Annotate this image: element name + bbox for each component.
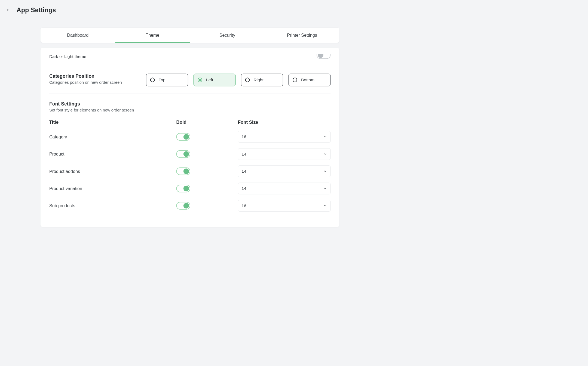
toggle-knob	[183, 186, 189, 191]
radio-bottom[interactable]: Bottom	[288, 74, 330, 86]
page-title: App Settings	[17, 6, 56, 14]
theme-mode-row: Dark or Light theme	[49, 54, 331, 63]
radio-right[interactable]: Right	[241, 74, 283, 86]
chevron-down-icon	[323, 169, 327, 173]
categories-position-heading: Categories Position Categories position …	[49, 74, 122, 85]
font-size-select-category[interactable]: 16	[238, 131, 331, 143]
categories-position-subtitle: Categories position on new order screen	[49, 80, 122, 85]
chevron-down-icon	[323, 204, 327, 207]
col-title: Title	[49, 120, 169, 125]
theme-mode-label: Dark or Light theme	[49, 54, 86, 59]
radio-ring-icon	[198, 78, 202, 82]
bold-toggle-product_variation[interactable]	[176, 185, 191, 192]
radio-dot-icon	[151, 79, 154, 81]
chevron-down-icon	[323, 152, 327, 156]
page-header: App Settings	[0, 0, 380, 17]
theme-mode-toggle-clip	[317, 54, 331, 59]
font-row-product_variation: Product variation14	[49, 180, 331, 197]
toggle-knob	[318, 54, 323, 58]
chevron-down-icon	[323, 187, 327, 190]
radio-left[interactable]: Left	[194, 74, 236, 86]
tab-theme[interactable]: Theme	[115, 28, 190, 43]
font-settings-header-row: Title Bold Font Size	[49, 118, 331, 128]
font-row-title: Product	[49, 151, 169, 157]
radio-dot-icon	[294, 79, 296, 81]
bold-toggle-product_addons[interactable]	[176, 168, 191, 175]
radio-ring-icon	[245, 78, 250, 82]
font-size-select-product[interactable]: 14	[238, 148, 331, 160]
categories-position-radio-group: TopLeftRightBottom	[131, 74, 331, 86]
font-settings-section: Font Settings Set font style for element…	[49, 97, 331, 219]
settings-panel: Dark or Light theme Categories Position …	[41, 48, 339, 227]
font-size-select-product_variation[interactable]: 14	[238, 183, 331, 194]
tab-security[interactable]: Security	[190, 28, 265, 43]
font-row-product_addons: Product addons14	[49, 163, 331, 180]
font-settings-subtitle: Set font style for elements on new order…	[49, 108, 331, 113]
toggle-knob	[183, 151, 189, 157]
tab-printer[interactable]: Printer Settings	[265, 28, 339, 43]
font-size-value: 16	[241, 203, 246, 208]
font-size-value: 16	[241, 134, 246, 139]
categories-position-title: Categories Position	[49, 74, 122, 79]
font-row-category: Category16	[49, 128, 331, 145]
radio-label: Right	[254, 77, 264, 82]
font-size-select-sub_products[interactable]: 16	[238, 200, 331, 212]
col-bold: Bold	[176, 120, 186, 125]
toggle-knob	[183, 169, 189, 174]
radio-top[interactable]: Top	[146, 74, 188, 86]
radio-dot-icon	[246, 79, 249, 81]
font-size-value: 14	[241, 186, 246, 191]
font-row-product: Product14	[49, 145, 331, 163]
categories-position-section: Categories Position Categories position …	[49, 69, 331, 91]
bold-toggle-product[interactable]	[176, 150, 191, 158]
radio-ring-icon	[150, 78, 155, 82]
radio-label: Bottom	[301, 77, 314, 82]
col-size: Font Size	[238, 120, 331, 125]
font-row-title: Product variation	[49, 186, 169, 191]
font-row-title: Product addons	[49, 169, 169, 174]
font-settings-table: Title Bold Font Size Category16Product14…	[49, 118, 331, 214]
radio-dot-icon	[199, 79, 201, 81]
divider	[49, 66, 331, 66]
theme-mode-toggle[interactable]	[317, 54, 331, 59]
divider	[49, 94, 331, 94]
toggle-knob	[183, 134, 189, 140]
font-settings-title: Font Settings	[49, 101, 331, 107]
radio-label: Left	[206, 77, 213, 82]
bold-toggle-sub_products[interactable]	[176, 202, 191, 209]
toggle-knob	[183, 203, 189, 209]
font-size-value: 14	[241, 151, 246, 156]
back-button[interactable]	[5, 8, 10, 13]
font-size-select-product_addons[interactable]: 14	[238, 166, 331, 177]
tab-dashboard[interactable]: Dashboard	[41, 28, 115, 43]
tab-bar: DashboardThemeSecurityPrinter Settings	[41, 28, 339, 43]
font-row-title: Category	[49, 134, 169, 139]
chevron-down-icon	[323, 135, 327, 139]
radio-label: Top	[159, 77, 166, 82]
font-size-value: 14	[241, 169, 246, 174]
font-row-title: Sub products	[49, 203, 169, 208]
chevron-left-icon	[6, 8, 10, 12]
bold-toggle-category[interactable]	[176, 133, 191, 141]
radio-ring-icon	[293, 78, 297, 82]
font-row-sub_products: Sub products16	[49, 197, 331, 214]
